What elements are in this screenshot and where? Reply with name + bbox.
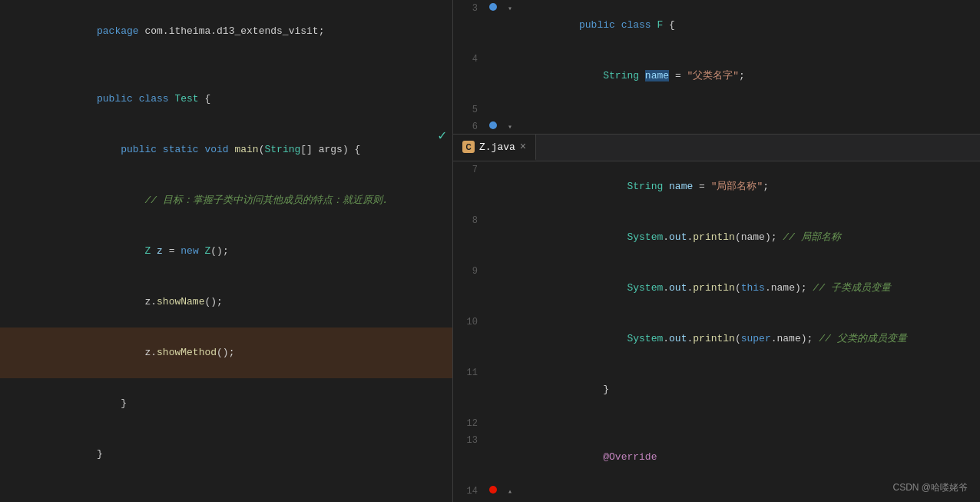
type-name: System (627, 231, 663, 243)
file-type-icon: C (462, 141, 475, 153)
keyword: void (204, 144, 234, 155)
right-code-line: 12 (453, 415, 980, 432)
code-text (579, 282, 627, 294)
var-name: out (669, 333, 687, 344)
fold-icon: ▾ (504, 119, 516, 135)
code-line: Z z = new Z(); (0, 226, 452, 277)
right-gutter (482, 121, 504, 129)
right-code-line: 9 System.out.println(this.name); // 子类成员… (453, 263, 980, 314)
code-line: z.showName(); (0, 277, 452, 327)
highlight-var: name (645, 70, 669, 81)
line-code: Z z = new Z(); (31, 226, 452, 277)
code-text (97, 245, 144, 257)
keyword: class (621, 19, 657, 31)
keyword: this (741, 282, 765, 294)
keyword: new (180, 245, 204, 257)
tab-close-button[interactable]: × (520, 141, 526, 153)
code-text (663, 181, 669, 192)
keyword: public (579, 19, 621, 31)
code-text: ( (735, 333, 741, 344)
fn-name: showMethod (157, 347, 217, 358)
tab-label: Z.java (479, 141, 515, 153)
bottom-code-section: 7 String name = "局部名称"; 8 System.out.pri… (453, 161, 980, 502)
keyword: class (139, 93, 175, 105)
right-line-code: System.out.println(super.name); // 父类的成员… (516, 314, 980, 364)
left-code-area: package com.itheima.d13_extends_visit; p… (0, 3, 452, 483)
code-text: = (669, 70, 687, 81)
code-text (579, 231, 627, 243)
line-number: 13 (453, 432, 482, 449)
right-code-line: 7 String name = "局部名称"; (453, 161, 980, 212)
breakpoint-icon (489, 3, 497, 11)
annotation: @Override (603, 451, 657, 463)
code-text: } (97, 448, 103, 460)
right-code-line: 13 @Override (453, 432, 980, 483)
right-code-line: 8 System.out.println(name); // 局部名称 (453, 212, 980, 263)
code-text: (); (204, 296, 222, 308)
comment: // 子类成员变量 (813, 282, 890, 294)
line-number: 8 (453, 212, 482, 229)
comment: // 目标：掌握子类中访问其他成员的特点：就近原则. (97, 194, 389, 206)
code-line: public static void main(String[] args) {… (0, 125, 452, 175)
code-text: } (579, 384, 609, 395)
line-number: 3 (453, 0, 482, 17)
line-code: } (31, 429, 452, 480)
line-number: 9 (453, 263, 482, 280)
code-text: = (163, 245, 180, 257)
right-line-code: String name = "父类名字"; (516, 51, 980, 101)
code-text: . (663, 231, 669, 243)
line-number: 10 (453, 314, 482, 331)
keyword: static (163, 144, 205, 155)
tab-zjava[interactable]: C Z.java × (453, 135, 536, 161)
code-text: .name); (771, 333, 819, 344)
code-text (97, 144, 121, 155)
code-text: ; (763, 181, 769, 192)
watermark: CSDN @哈喽姥爷 (892, 481, 968, 494)
fold-icon: ▾ (504, 1, 516, 18)
code-text: (); (217, 347, 234, 358)
code-text: com.itheima.d13_extends_visit; (144, 25, 324, 37)
keyword: public (97, 93, 139, 105)
code-line (0, 57, 452, 74)
code-line: } (0, 429, 452, 480)
line-number: 14 (453, 483, 482, 500)
right-code-line: 4 String name = "父类名字"; (453, 51, 980, 101)
comment: // 父类的成员变量 (819, 333, 906, 344)
right-gutter (482, 3, 504, 11)
keyword: super (741, 333, 771, 344)
code-text (639, 70, 645, 81)
comment: // 局部名称 (783, 231, 840, 243)
var-name: out (669, 282, 687, 294)
right-line-code (516, 101, 980, 118)
line-number: 11 (453, 364, 482, 381)
line-code (31, 57, 452, 74)
tab-bar: C Z.java × (453, 135, 980, 161)
right-panel: .right-code-line { display: flex; align-… (453, 0, 980, 502)
var-name: name (669, 181, 693, 192)
code-text: (name); (735, 231, 783, 243)
right-line-code: String name = "局部名称"; (516, 161, 980, 212)
code-line: public class Test { (0, 74, 452, 125)
right-line-code: public class F { (516, 0, 980, 51)
code-text: ( (259, 144, 265, 155)
code-text (579, 451, 603, 463)
right-code-line: 5 (453, 101, 980, 118)
type-name: System (627, 282, 663, 294)
fn-name: main (234, 144, 258, 155)
type-name: System (627, 333, 663, 344)
right-line-code (516, 415, 980, 432)
type-name: Test (174, 93, 198, 105)
code-text: { (199, 93, 211, 105)
type-name: String (627, 181, 663, 192)
type-name: String (603, 70, 639, 81)
keyword: package (97, 25, 144, 37)
right-gutter (482, 486, 504, 494)
line-number: 7 (453, 161, 482, 178)
code-text: [] args) { (300, 144, 360, 155)
string: "局部名称" (711, 181, 763, 192)
code-text: { (663, 19, 675, 31)
code-line: // 目标：掌握子类中访问其他成员的特点：就近原则. (0, 175, 452, 226)
line-number: 5 (453, 101, 482, 118)
left-panel: package com.itheima.d13_extends_visit; p… (0, 0, 453, 502)
code-text: z. (97, 347, 157, 358)
